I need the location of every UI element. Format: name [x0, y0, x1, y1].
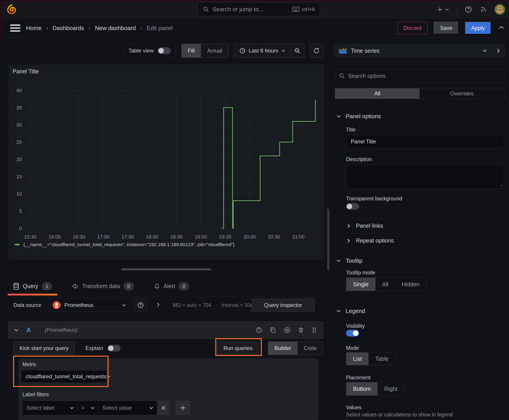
time-range-picker[interactable]: Last 6 hours	[234, 44, 290, 57]
query-ref-id[interactable]: A	[26, 327, 31, 334]
tooltip-section-header[interactable]: Tooltip	[336, 257, 505, 265]
news-button[interactable]	[480, 6, 487, 13]
kick-start-button[interactable]: Kick start your query	[14, 341, 75, 355]
menu-toggle-button[interactable]	[10, 24, 20, 32]
keyboard-shortcut-hint: ctrl+k	[292, 6, 315, 12]
user-avatar[interactable]	[495, 4, 505, 15]
select-value-dropdown[interactable]: Select value	[99, 401, 157, 415]
add-filter-button[interactable]	[176, 401, 190, 415]
run-queries-button[interactable]: Run queries	[217, 341, 258, 355]
datasource-help-button[interactable]	[134, 299, 147, 312]
search-options-input[interactable]: Search options	[335, 69, 504, 82]
legend-mode-label: Mode	[346, 345, 505, 352]
chevron-down-icon	[149, 406, 153, 410]
breadcrumb-new-dashboard[interactable]: New dashboard	[95, 25, 136, 32]
zoom-out-icon	[294, 47, 301, 54]
code-option[interactable]: Code	[298, 342, 323, 355]
grafana-logo[interactable]	[6, 3, 17, 15]
section-divider	[334, 249, 505, 249]
expand-options-button[interactable]	[155, 302, 161, 308]
panel-links-section-header[interactable]: Panel links	[346, 218, 505, 233]
legend-table-option[interactable]: Table	[369, 352, 395, 365]
legend-placement-switch: Bottom Right	[346, 382, 404, 396]
legend-list-option[interactable]: List	[346, 352, 369, 365]
tooltip-hidden-option[interactable]: Hidden	[395, 278, 426, 291]
builder-option[interactable]: Builder	[268, 342, 298, 355]
legend-series-label[interactable]: {__name__="cloudflared_tunnel_total_requ…	[23, 242, 235, 247]
bell-icon	[154, 283, 160, 290]
query-row-header[interactable]: A (Prometheus)	[8, 321, 323, 339]
svg-text:15: 15	[16, 174, 22, 180]
search-options-placeholder: Search options	[348, 73, 386, 79]
label-filter-row: Select label = Select value	[23, 401, 190, 415]
save-button[interactable]: Save	[434, 22, 459, 34]
panel-options-heading: Panel options	[346, 113, 381, 120]
chevron-down-icon	[281, 49, 285, 53]
datasource-picker[interactable]: Prometheus	[48, 299, 131, 312]
legend-section-header[interactable]: Legend	[336, 307, 505, 315]
tab-all[interactable]: All	[335, 88, 420, 99]
horizontal-scrollbar[interactable]	[122, 268, 211, 270]
shortcut-label: ctrl+k	[302, 6, 315, 12]
fill-option[interactable]: Fill	[182, 44, 201, 57]
svg-text:18:30: 18:30	[170, 234, 183, 240]
operator-dropdown[interactable]: =	[78, 401, 99, 415]
delete-query-button[interactable]	[298, 327, 304, 333]
chevron-down-icon	[336, 258, 341, 263]
resize-handle-icon[interactable]	[499, 184, 503, 187]
chevron-right-icon	[346, 238, 351, 243]
add-new-button[interactable]	[436, 6, 449, 13]
placement-right-option[interactable]: Right	[378, 382, 404, 395]
toggle-visibility-button[interactable]	[283, 326, 291, 334]
tab-transform-data[interactable]: Transform data 0	[66, 276, 139, 297]
global-search-input[interactable]: Search or jump to... ctrl+k	[198, 2, 320, 16]
visualization-picker[interactable]: Time series	[334, 44, 491, 58]
label-filters-label: Label filters	[23, 391, 49, 398]
panel-preview: 051015202530354015:3016:0016:3017:0017:3…	[9, 65, 324, 259]
chevron-down-icon	[336, 114, 341, 119]
refresh-button[interactable]	[310, 44, 323, 58]
actual-option[interactable]: Actual	[201, 44, 228, 57]
panel-title[interactable]: Panel Title	[13, 68, 39, 75]
table-view-control: Table view	[123, 44, 176, 58]
tab-alert[interactable]: Alert 0	[148, 276, 194, 297]
legend-visibility-toggle[interactable]	[346, 330, 359, 337]
collapse-options-button[interactable]	[492, 44, 505, 58]
tooltip-single-option[interactable]: Single	[346, 278, 375, 291]
tab-overrides[interactable]: Overrides	[420, 88, 504, 99]
tab-query[interactable]: Query 1	[8, 276, 57, 297]
duplicate-query-button[interactable]	[270, 327, 276, 333]
explain-toggle[interactable]	[107, 345, 121, 352]
legend-values-label: Values	[346, 405, 505, 411]
legend-series-color[interactable]	[15, 244, 20, 245]
query-help-button[interactable]	[256, 327, 262, 333]
breadcrumb-dashboards[interactable]: Dashboards	[53, 25, 84, 32]
remove-filter-button[interactable]	[157, 401, 169, 415]
placement-bottom-option[interactable]: Bottom	[346, 382, 378, 395]
metric-select[interactable]: cloudflared_tunnel_total_requests	[21, 370, 106, 383]
apply-button[interactable]: Apply	[465, 22, 491, 34]
breadcrumb-home[interactable]: Home	[26, 25, 42, 32]
table-view-toggle[interactable]	[158, 47, 171, 54]
vertical-scrollbar[interactable]	[327, 209, 329, 270]
zoom-out-button[interactable]	[291, 44, 304, 57]
keyboard-icon	[292, 7, 300, 12]
transparent-background-toggle[interactable]	[346, 203, 359, 210]
select-label-dropdown[interactable]: Select label	[23, 401, 78, 415]
discard-button[interactable]: Discard	[397, 22, 427, 34]
tooltip-all-option[interactable]: All	[375, 278, 395, 291]
svg-text:21:00: 21:00	[292, 234, 304, 240]
collapse-header-button[interactable]	[498, 24, 504, 32]
timeseries-plot[interactable]: 051015202530354015:3016:0016:3017:0017:3…	[9, 65, 323, 259]
tab-alert-label: Alert	[164, 283, 175, 289]
help-button[interactable]	[464, 6, 472, 13]
title-input[interactable]: Panel Title	[346, 135, 504, 148]
query-inspector-button[interactable]: Query inspector	[251, 299, 315, 312]
drag-handle[interactable]	[311, 327, 317, 333]
svg-text:15:30: 15:30	[24, 234, 36, 240]
panel-options-section-header[interactable]: Panel options	[336, 112, 505, 120]
breadcrumb: Home › Dashboards › New dashboard › Edit…	[26, 19, 173, 38]
copy-icon	[270, 327, 276, 333]
description-textarea[interactable]	[346, 165, 504, 188]
repeat-options-section-header[interactable]: Repeat options	[346, 233, 505, 248]
